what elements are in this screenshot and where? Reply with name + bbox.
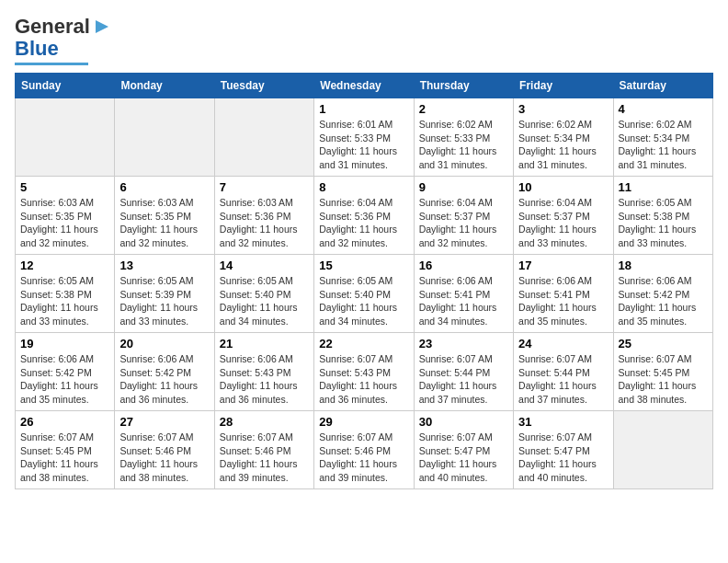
day-info: Sunrise: 6:07 AMSunset: 5:46 PMDaylight:…: [119, 431, 209, 485]
day-info: Sunrise: 6:07 AMSunset: 5:45 PMDaylight:…: [20, 431, 109, 485]
logo-general: General: [15, 15, 90, 39]
calendar-cell: 10Sunrise: 6:04 AMSunset: 5:37 PMDayligh…: [514, 177, 613, 255]
day-number: 25: [619, 337, 708, 350]
calendar-cell: 17Sunrise: 6:06 AMSunset: 5:41 PMDayligh…: [514, 255, 613, 333]
day-number: 9: [419, 180, 508, 194]
day-number: 1: [319, 102, 408, 116]
calendar-cell: 27Sunrise: 6:07 AMSunset: 5:46 PMDayligh…: [115, 411, 214, 489]
calendar-header-row: SundayMondayTuesdayWednesdayThursdayFrid…: [16, 74, 713, 98]
day-number: 27: [119, 415, 209, 429]
calendar-cell: 23Sunrise: 6:07 AMSunset: 5:44 PMDayligh…: [414, 333, 513, 411]
day-info: Sunrise: 6:07 AMSunset: 5:47 PMDaylight:…: [518, 431, 608, 485]
calendar-cell: 21Sunrise: 6:06 AMSunset: 5:43 PMDayligh…: [214, 333, 313, 411]
calendar-cell: 14Sunrise: 6:05 AMSunset: 5:40 PMDayligh…: [214, 255, 313, 333]
calendar-cell: 3Sunrise: 6:02 AMSunset: 5:34 PMDaylight…: [514, 98, 613, 177]
day-info: Sunrise: 6:06 AMSunset: 5:42 PMDaylight:…: [20, 352, 109, 407]
logo-blue: Blue: [15, 37, 59, 61]
day-number: 10: [518, 180, 608, 194]
day-info: Sunrise: 6:07 AMSunset: 5:43 PMDaylight:…: [319, 352, 408, 407]
day-number: 24: [518, 337, 608, 350]
day-number: 5: [20, 180, 109, 194]
day-info: Sunrise: 6:06 AMSunset: 5:42 PMDaylight:…: [119, 352, 209, 407]
logo: General Blue: [15, 15, 112, 65]
calendar-cell: 15Sunrise: 6:05 AMSunset: 5:40 PMDayligh…: [314, 255, 414, 333]
day-number: 29: [319, 415, 408, 429]
calendar-cell: [613, 411, 712, 489]
calendar-cell: 18Sunrise: 6:06 AMSunset: 5:42 PMDayligh…: [613, 255, 712, 333]
day-number: 3: [518, 102, 608, 116]
day-number: 7: [220, 180, 309, 194]
day-number: 12: [20, 259, 109, 272]
day-info: Sunrise: 6:03 AMSunset: 5:35 PMDaylight:…: [119, 196, 209, 250]
calendar-cell: 11Sunrise: 6:05 AMSunset: 5:38 PMDayligh…: [613, 177, 712, 255]
week-row-3: 12Sunrise: 6:05 AMSunset: 5:38 PMDayligh…: [16, 255, 713, 333]
calendar-cell: 24Sunrise: 6:07 AMSunset: 5:44 PMDayligh…: [514, 333, 613, 411]
day-number: 11: [619, 180, 708, 194]
day-info: Sunrise: 6:02 AMSunset: 5:34 PMDaylight:…: [619, 118, 708, 172]
day-number: 26: [20, 415, 109, 429]
column-header-monday: Monday: [115, 74, 214, 98]
day-number: 15: [319, 259, 408, 272]
calendar-cell: 22Sunrise: 6:07 AMSunset: 5:43 PMDayligh…: [314, 333, 414, 411]
column-header-thursday: Thursday: [414, 74, 513, 98]
day-info: Sunrise: 6:05 AMSunset: 5:40 PMDaylight:…: [319, 274, 408, 328]
calendar-cell: 12Sunrise: 6:05 AMSunset: 5:38 PMDayligh…: [16, 255, 115, 333]
column-header-friday: Friday: [514, 74, 613, 98]
day-number: 4: [619, 102, 708, 116]
calendar-cell: 6Sunrise: 6:03 AMSunset: 5:35 PMDaylight…: [115, 177, 214, 255]
week-row-1: 1Sunrise: 6:01 AMSunset: 5:33 PMDaylight…: [16, 98, 713, 177]
day-info: Sunrise: 6:07 AMSunset: 5:46 PMDaylight:…: [220, 431, 309, 485]
day-info: Sunrise: 6:04 AMSunset: 5:37 PMDaylight:…: [419, 196, 508, 250]
calendar-cell: 1Sunrise: 6:01 AMSunset: 5:33 PMDaylight…: [314, 98, 414, 177]
day-info: Sunrise: 6:07 AMSunset: 5:47 PMDaylight:…: [419, 431, 508, 485]
calendar-cell: 8Sunrise: 6:04 AMSunset: 5:36 PMDaylight…: [314, 177, 414, 255]
day-number: 16: [419, 259, 508, 272]
calendar-cell: 31Sunrise: 6:07 AMSunset: 5:47 PMDayligh…: [514, 411, 613, 489]
day-number: 17: [518, 259, 608, 272]
day-info: Sunrise: 6:02 AMSunset: 5:34 PMDaylight:…: [518, 118, 608, 172]
calendar-cell: 19Sunrise: 6:06 AMSunset: 5:42 PMDayligh…: [16, 333, 115, 411]
calendar-cell: [16, 98, 115, 177]
day-info: Sunrise: 6:03 AMSunset: 5:35 PMDaylight:…: [20, 196, 109, 250]
day-info: Sunrise: 6:06 AMSunset: 5:43 PMDaylight:…: [220, 352, 309, 407]
calendar-cell: 20Sunrise: 6:06 AMSunset: 5:42 PMDayligh…: [115, 333, 214, 411]
calendar-cell: 25Sunrise: 6:07 AMSunset: 5:45 PMDayligh…: [613, 333, 712, 411]
calendar-cell: 16Sunrise: 6:06 AMSunset: 5:41 PMDayligh…: [414, 255, 513, 333]
column-header-sunday: Sunday: [16, 74, 115, 98]
day-number: 23: [419, 337, 508, 350]
day-info: Sunrise: 6:03 AMSunset: 5:36 PMDaylight:…: [220, 196, 309, 250]
day-number: 14: [220, 259, 309, 272]
calendar-cell: 9Sunrise: 6:04 AMSunset: 5:37 PMDaylight…: [414, 177, 513, 255]
day-number: 8: [319, 180, 408, 194]
day-number: 13: [119, 259, 209, 272]
page-header: General Blue: [15, 15, 713, 65]
day-info: Sunrise: 6:05 AMSunset: 5:40 PMDaylight:…: [220, 274, 309, 328]
day-info: Sunrise: 6:06 AMSunset: 5:41 PMDaylight:…: [518, 274, 608, 328]
calendar-cell: 30Sunrise: 6:07 AMSunset: 5:47 PMDayligh…: [414, 411, 513, 489]
calendar-cell: [115, 98, 214, 177]
day-info: Sunrise: 6:05 AMSunset: 5:38 PMDaylight:…: [20, 274, 109, 328]
calendar-cell: 4Sunrise: 6:02 AMSunset: 5:34 PMDaylight…: [613, 98, 712, 177]
calendar-cell: 7Sunrise: 6:03 AMSunset: 5:36 PMDaylight…: [214, 177, 313, 255]
day-number: 28: [220, 415, 309, 429]
day-info: Sunrise: 6:04 AMSunset: 5:36 PMDaylight:…: [319, 196, 408, 250]
week-row-2: 5Sunrise: 6:03 AMSunset: 5:35 PMDaylight…: [16, 177, 713, 255]
day-info: Sunrise: 6:07 AMSunset: 5:46 PMDaylight:…: [319, 431, 408, 485]
day-info: Sunrise: 6:07 AMSunset: 5:45 PMDaylight:…: [619, 352, 708, 407]
calendar-cell: 13Sunrise: 6:05 AMSunset: 5:39 PMDayligh…: [115, 255, 214, 333]
day-number: 18: [619, 259, 708, 272]
day-info: Sunrise: 6:02 AMSunset: 5:33 PMDaylight:…: [419, 118, 508, 172]
logo-underline: [15, 63, 88, 65]
calendar-cell: 26Sunrise: 6:07 AMSunset: 5:45 PMDayligh…: [16, 411, 115, 489]
calendar-cell: 28Sunrise: 6:07 AMSunset: 5:46 PMDayligh…: [214, 411, 313, 489]
day-info: Sunrise: 6:06 AMSunset: 5:42 PMDaylight:…: [619, 274, 708, 328]
day-number: 6: [119, 180, 209, 194]
day-info: Sunrise: 6:06 AMSunset: 5:41 PMDaylight:…: [419, 274, 508, 328]
logo-arrow-icon: [92, 17, 112, 37]
day-info: Sunrise: 6:05 AMSunset: 5:38 PMDaylight:…: [619, 196, 708, 250]
calendar-cell: 5Sunrise: 6:03 AMSunset: 5:35 PMDaylight…: [16, 177, 115, 255]
day-number: 19: [20, 337, 109, 350]
day-info: Sunrise: 6:04 AMSunset: 5:37 PMDaylight:…: [518, 196, 608, 250]
calendar-cell: 29Sunrise: 6:07 AMSunset: 5:46 PMDayligh…: [314, 411, 414, 489]
day-info: Sunrise: 6:07 AMSunset: 5:44 PMDaylight:…: [419, 352, 508, 407]
